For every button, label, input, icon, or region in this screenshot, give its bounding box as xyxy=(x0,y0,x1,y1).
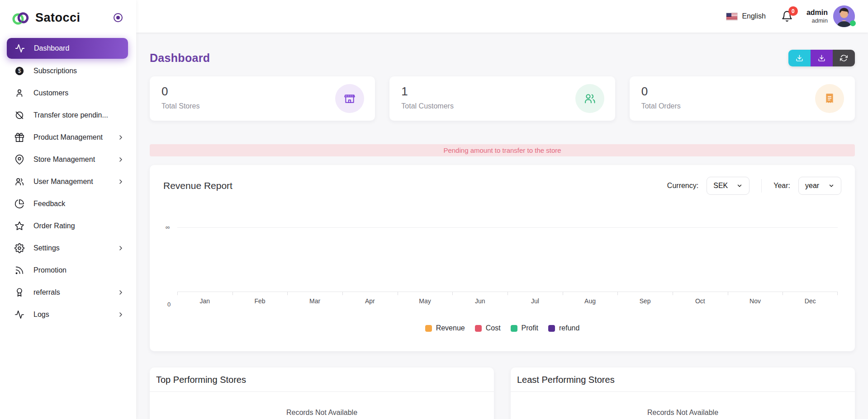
x-axis-label: Apr xyxy=(342,292,398,305)
page-title: Dashboard xyxy=(150,52,210,65)
top-header: English 0 admin admin xyxy=(136,0,868,33)
online-status-dot xyxy=(850,20,856,26)
x-axis-label: Jun xyxy=(452,292,508,305)
sidebar-item-label: Feedback xyxy=(33,200,124,208)
notifications-button[interactable]: 0 xyxy=(781,10,793,22)
export-download-button-cyan[interactable] xyxy=(788,50,811,66)
chevron-right-icon xyxy=(117,156,124,163)
legend-swatch xyxy=(425,325,432,332)
sidebar-item-label: Logs xyxy=(33,311,117,319)
year-value: year xyxy=(805,182,819,190)
activity-icon xyxy=(14,310,24,320)
sidebar-item-label: Order Rating xyxy=(33,222,124,230)
transfer-off-icon xyxy=(14,110,24,120)
sidebar-item-feedback[interactable]: Feedback xyxy=(0,193,136,215)
legend-swatch xyxy=(511,325,517,332)
activity-icon xyxy=(15,43,25,53)
gridline xyxy=(177,227,838,228)
legend-label: Revenue xyxy=(436,324,465,332)
revenue-controls: Currency: SEK Year: year xyxy=(667,177,841,195)
legend-label: Profit xyxy=(522,324,538,332)
sidebar-item-settings[interactable]: Settings xyxy=(0,237,136,259)
sidebar-collapse-icon[interactable] xyxy=(113,12,123,23)
sidebar-item-label: Store Management xyxy=(33,155,117,164)
notification-badge: 0 xyxy=(788,6,798,16)
revenue-chart-plot: ∞ 0 Jan Feb Mar Apr May Jun Jul Aug Sep … xyxy=(177,227,838,304)
sidebar-item-label: referrals xyxy=(33,288,117,297)
sidebar-item-referrals[interactable]: referrals xyxy=(0,281,136,303)
currency-select[interactable]: SEK xyxy=(707,177,749,195)
empty-records-message: Records Not Available xyxy=(511,392,855,419)
sidebar-nav: Dashboard $ Subscriptions Customers Tran… xyxy=(0,35,136,325)
legend-item-profit[interactable]: Profit xyxy=(511,324,538,332)
stat-label: Total Orders xyxy=(641,102,843,110)
language-selector[interactable]: English xyxy=(726,12,765,20)
stat-value: 0 xyxy=(641,85,843,99)
x-axis-label: Dec xyxy=(783,292,838,305)
user-role: admin xyxy=(806,17,828,24)
legend-item-cost[interactable]: Cost xyxy=(475,324,501,332)
sidebar-item-dashboard[interactable]: Dashboard xyxy=(7,38,128,59)
chevron-right-icon xyxy=(117,289,124,296)
stat-card-total-orders: 0 Total Orders xyxy=(630,76,855,121)
stats-row: 0 Total Stores 1 Total Customers 0 Total… xyxy=(150,76,855,121)
x-axis-label: Feb xyxy=(232,292,288,305)
chevron-right-icon xyxy=(117,245,124,252)
sidebar-item-label: Product Management xyxy=(33,133,117,141)
legend-item-refund[interactable]: refund xyxy=(548,324,579,332)
y-axis-tick-zero: 0 xyxy=(167,301,171,308)
x-axis-label: Jan xyxy=(177,292,232,305)
sidebar-item-label: Transfer store pendin... xyxy=(33,111,124,119)
location-pin-icon xyxy=(14,155,24,165)
sidebar-item-store-management[interactable]: Store Management xyxy=(0,148,136,170)
main-area: English 0 admin admin Dashboard xyxy=(136,0,868,419)
sidebar-item-user-management[interactable]: User Management xyxy=(0,170,136,193)
chevron-down-icon xyxy=(736,183,743,189)
sidebar-item-customers[interactable]: Customers xyxy=(0,82,136,104)
revenue-report-title: Revenue Report xyxy=(163,180,232,191)
legend-item-revenue[interactable]: Revenue xyxy=(425,324,465,332)
users-icon xyxy=(14,177,24,187)
language-label: English xyxy=(742,12,765,20)
stat-card-total-customers: 1 Total Customers xyxy=(389,76,615,121)
currency-value: SEK xyxy=(713,182,728,190)
year-select[interactable]: year xyxy=(798,177,841,195)
currency-label: Currency: xyxy=(667,182,698,190)
refresh-button[interactable] xyxy=(833,50,855,66)
stores-panels-row: Top Performing Stores Records Not Availa… xyxy=(150,367,855,419)
sidebar-item-promotion[interactable]: Promotion xyxy=(0,259,136,281)
storefront-icon xyxy=(335,84,364,113)
gift-icon xyxy=(14,132,24,142)
dollar-icon: $ xyxy=(14,66,24,76)
sidebar-item-label: Settings xyxy=(33,244,117,252)
user-info: admin admin xyxy=(806,8,828,24)
stat-card-total-stores: 0 Total Stores xyxy=(150,76,375,121)
x-axis: Jan Feb Mar Apr May Jun Jul Aug Sep Oct … xyxy=(177,292,838,305)
sidebar-item-subscriptions[interactable]: $ Subscriptions xyxy=(0,60,136,82)
export-download-button-purple[interactable] xyxy=(811,50,833,66)
sidebar-item-label: Dashboard xyxy=(34,44,122,52)
legend-swatch xyxy=(475,325,482,332)
x-axis-label: Oct xyxy=(673,292,728,305)
sidebar-item-product-management[interactable]: Product Management xyxy=(0,126,136,148)
panel-title: Least Performing Stores xyxy=(511,367,855,392)
controls-divider xyxy=(761,179,762,193)
refresh-icon xyxy=(840,54,848,62)
dashboard-toolbar xyxy=(788,50,855,66)
sidebar-item-transfer-store-pending[interactable]: Transfer store pendin... xyxy=(0,104,136,126)
chevron-down-icon xyxy=(828,183,835,189)
user-avatar[interactable] xyxy=(833,5,855,27)
x-axis-label: Jul xyxy=(508,292,563,305)
sidebar-item-logs[interactable]: Logs xyxy=(0,303,136,325)
chart-legend: Revenue Cost Profit refund xyxy=(163,324,841,332)
orders-receipt-icon xyxy=(815,84,844,113)
broadcast-icon xyxy=(14,265,24,275)
stat-value: 1 xyxy=(401,85,603,99)
sidebar-item-label: Promotion xyxy=(33,266,124,274)
sidebar-item-order-rating[interactable]: Order Rating xyxy=(0,215,136,237)
chevron-right-icon xyxy=(117,311,124,318)
revenue-report-panel: Revenue Report Currency: SEK Year: year xyxy=(150,165,855,351)
empty-records-message: Records Not Available xyxy=(150,392,494,419)
stat-label: Total Stores xyxy=(161,102,363,110)
pie-chart-icon xyxy=(14,199,24,209)
